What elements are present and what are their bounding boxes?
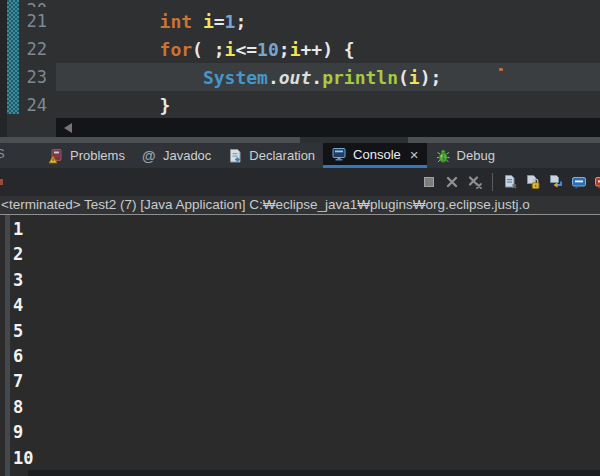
tab-label: Console: [353, 147, 401, 162]
code-token: int: [160, 11, 193, 32]
code-token: =: [214, 11, 225, 32]
tab-console[interactable]: Console×: [323, 143, 426, 168]
console-toolbar-icons: [421, 173, 600, 191]
tab-label: Declaration: [249, 148, 315, 163]
console-icon: [331, 146, 347, 162]
horizontal-scrollbar[interactable]: [56, 118, 600, 137]
console-output[interactable]: 12345678910: [0, 215, 600, 476]
code-token: 1: [225, 11, 236, 32]
code-token: i: [225, 39, 236, 60]
code-token: [62, 39, 160, 60]
console-output-line: 7: [13, 369, 600, 394]
code-token: 10: [257, 39, 279, 60]
code-token: println: [322, 67, 398, 88]
remove-launch-icon[interactable]: [444, 174, 460, 190]
tab-javadoc[interactable]: @Javadoc: [133, 143, 219, 168]
edge-marker: [0, 179, 3, 185]
console-output-line: 3: [13, 268, 600, 293]
toolbar-separator: [492, 173, 493, 191]
code-token: [62, 67, 203, 88]
code-row[interactable]: 23 System.out.println(i);: [0, 63, 600, 91]
code-token: }: [160, 95, 171, 116]
console-output-line: 4: [13, 293, 600, 318]
view-tab-bar: Problems@JavadocDeclarationConsole×Debug: [0, 143, 600, 168]
code-line[interactable]: [56, 0, 600, 7]
editor-lines[interactable]: 2021 int i=1;22 for( ;i<=10;i++) {23 Sys…: [0, 0, 600, 119]
scroll-left-arrow-icon[interactable]: [64, 123, 72, 133]
code-token: <=: [235, 39, 257, 60]
code-token: i: [203, 11, 214, 32]
code-line[interactable]: }: [56, 91, 600, 119]
console-output-line: 9: [13, 420, 600, 445]
javadoc-icon: @: [141, 148, 157, 164]
scroll-lock-icon[interactable]: [525, 174, 541, 190]
code-token: ): [420, 67, 431, 88]
tab-close-icon[interactable]: ×: [410, 147, 419, 162]
code-row[interactable]: 22 for( ;i<=10;i++) {: [0, 35, 600, 63]
tab-problems[interactable]: Problems: [40, 143, 133, 168]
code-row[interactable]: 24 }: [0, 91, 600, 119]
console-view: Problems@JavadocDeclarationConsole×Debug…: [0, 143, 600, 476]
word-wrap-icon[interactable]: [548, 174, 564, 190]
code-token: [62, 11, 160, 32]
change-indicator-bar: [7, 0, 19, 114]
show-stderr-console-icon[interactable]: [594, 174, 600, 190]
tab-label: Problems: [70, 148, 125, 163]
console-status-line: <terminated> Test2 (7) [Java Application…: [0, 196, 600, 215]
code-editor[interactable]: 2021 int i=1;22 for( ;i<=10;i++) {23 Sys…: [0, 0, 600, 137]
console-output-line: 1: [13, 217, 600, 242]
console-output-line: 10: [13, 446, 600, 471]
code-token: i: [290, 39, 301, 60]
tab-debug[interactable]: Debug: [427, 143, 503, 168]
console-output-line: 8: [13, 395, 600, 420]
code-token: .: [311, 67, 322, 88]
tab-label: Debug: [457, 148, 495, 163]
code-token: .: [268, 67, 279, 88]
code-token: (: [398, 67, 409, 88]
code-line[interactable]: for( ;i<=10;i++) {: [56, 35, 600, 63]
problems-icon: [48, 148, 64, 164]
declaration-icon: [227, 148, 243, 164]
remove-all-terminated-icon[interactable]: [467, 174, 483, 190]
code-token: ++) {: [300, 39, 354, 60]
code-token: ;: [431, 67, 442, 88]
code-token: [192, 11, 203, 32]
occurrence-marker: [499, 68, 503, 71]
terminate-icon[interactable]: [421, 174, 437, 190]
code-row[interactable]: 21 int i=1;: [0, 7, 600, 35]
code-line[interactable]: int i=1;: [56, 7, 600, 35]
code-token: ;: [279, 39, 290, 60]
clipped-edge-label: S: [0, 146, 5, 161]
console-bottom-scroll-track[interactable]: [28, 470, 600, 476]
console-output-line: 5: [13, 319, 600, 344]
code-row[interactable]: 20: [0, 0, 600, 7]
console-toolbar: [0, 168, 600, 196]
code-token: for: [160, 39, 193, 60]
code-token: out: [279, 67, 312, 88]
debug-icon: [435, 148, 451, 164]
code-token: [62, 95, 160, 116]
clear-console-icon[interactable]: [502, 174, 518, 190]
tab-label: Javadoc: [163, 148, 211, 163]
code-line[interactable]: System.out.println(i);: [56, 63, 600, 91]
console-output-line: 6: [13, 344, 600, 369]
code-token: ( ;: [192, 39, 225, 60]
code-token: ;: [235, 11, 246, 32]
code-token: System: [203, 67, 268, 88]
code-token: i: [409, 67, 420, 88]
console-output-line: 2: [13, 242, 600, 267]
show-stdout-console-icon[interactable]: [571, 174, 587, 190]
tab-declaration[interactable]: Declaration: [219, 143, 323, 168]
